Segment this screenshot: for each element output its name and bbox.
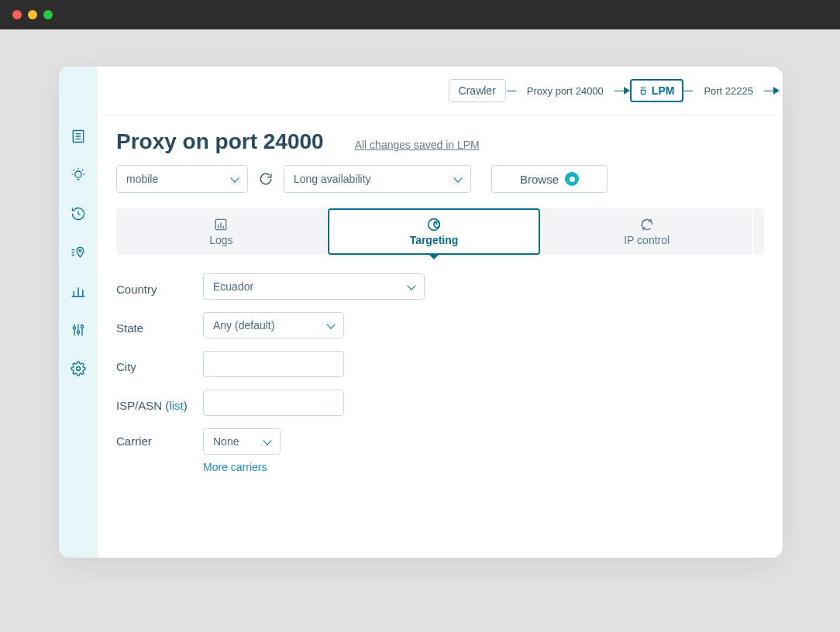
svg-point-4	[75, 171, 81, 177]
lpm-icon	[638, 85, 649, 96]
refresh-icon	[259, 172, 273, 186]
sidebar	[59, 67, 98, 558]
isp-asn-input[interactable]	[203, 390, 344, 416]
svg-line-10	[82, 170, 83, 170]
sliders-icon[interactable]	[69, 321, 88, 339]
svg-point-24	[81, 325, 83, 328]
browse-label: Browse	[520, 173, 559, 186]
city-input[interactable]	[203, 351, 344, 377]
settings-icon[interactable]	[69, 359, 88, 378]
state-select[interactable]: Any (default)	[203, 312, 344, 338]
chevron-down-icon	[230, 173, 239, 182]
breadcrumb: Crawler Proxy port 24000 LPM Port 22225	[98, 67, 783, 115]
availability-select[interactable]: Long availability	[284, 165, 471, 193]
browse-button[interactable]: Browse	[491, 165, 608, 193]
more-carriers-link[interactable]: More carriers	[203, 461, 281, 473]
logs-icon	[213, 217, 229, 232]
svg-point-25	[77, 367, 81, 371]
targeting-form: Country Ecuador State Any (default)	[116, 273, 764, 473]
idea-icon[interactable]	[69, 166, 88, 184]
country-value: Ecuador	[213, 280, 253, 293]
location-icon[interactable]	[69, 243, 88, 262]
svg-point-14	[79, 249, 81, 252]
target-icon	[425, 217, 442, 232]
chevron-down-icon	[263, 436, 271, 445]
breadcrumb-lpm-label: LPM	[652, 84, 675, 97]
refresh-button[interactable]	[257, 170, 274, 187]
svg-point-22	[77, 331, 79, 333]
page-title: Proxy on port 24000	[116, 129, 324, 154]
breadcrumb-port: Port 22225	[693, 85, 764, 97]
saved-indicator[interactable]: All changes saved in LPM	[355, 139, 480, 151]
tab-logs[interactable]: Logs	[116, 208, 326, 255]
window-close-icon[interactable]	[12, 10, 22, 19]
breadcrumb-crawler[interactable]: Crawler	[449, 79, 506, 102]
window-maximize-icon[interactable]	[43, 10, 53, 19]
chevron-down-icon	[453, 173, 462, 182]
state-value: Any (default)	[213, 319, 274, 331]
proxy-type-value: mobile	[126, 173, 158, 185]
chevron-down-icon	[326, 320, 335, 328]
availability-value: Long availability	[294, 173, 371, 185]
svg-point-20	[73, 327, 75, 329]
breadcrumb-proxy-port: Proxy port 24000	[516, 85, 615, 97]
carrier-value: None	[213, 435, 239, 448]
state-label: State	[116, 317, 188, 335]
isp-list-link[interactable]: list	[169, 399, 183, 412]
tab-ip-control-label: IP control	[624, 234, 670, 246]
window-minimize-icon[interactable]	[28, 10, 37, 19]
window-titlebar	[0, 0, 840, 29]
chevron-down-icon	[407, 281, 415, 290]
arrow-right-icon	[624, 87, 630, 94]
tabs: Logs Targeting IP control	[116, 208, 764, 255]
arrow-right-icon	[773, 87, 780, 94]
tab-targeting[interactable]: Targeting	[328, 208, 541, 255]
carrier-label: Carrier	[116, 428, 188, 448]
tab-ip-control[interactable]: IP control	[542, 208, 752, 255]
main-panel: Crawler Proxy port 24000 LPM Port 22225 …	[98, 67, 783, 558]
chrome-icon	[565, 172, 579, 186]
stats-icon[interactable]	[69, 282, 88, 301]
country-label: Country	[116, 278, 188, 296]
svg-line-9	[74, 170, 74, 170]
carrier-select[interactable]: None	[203, 428, 281, 455]
tab-targeting-label: Targeting	[410, 234, 459, 246]
isp-asn-label: ISP/ASN (list)	[116, 394, 188, 412]
proxy-type-select[interactable]: mobile	[116, 165, 248, 193]
country-select[interactable]: Ecuador	[203, 273, 425, 300]
rotate-icon	[639, 217, 655, 232]
overview-icon[interactable]	[69, 127, 88, 146]
tab-logs-label: Logs	[209, 234, 232, 246]
history-icon[interactable]	[69, 204, 88, 223]
tab-more[interactable]	[753, 208, 764, 255]
app-container: Crawler Proxy port 24000 LPM Port 22225 …	[59, 67, 783, 558]
breadcrumb-lpm[interactable]: LPM	[630, 79, 684, 102]
city-label: City	[116, 356, 188, 373]
